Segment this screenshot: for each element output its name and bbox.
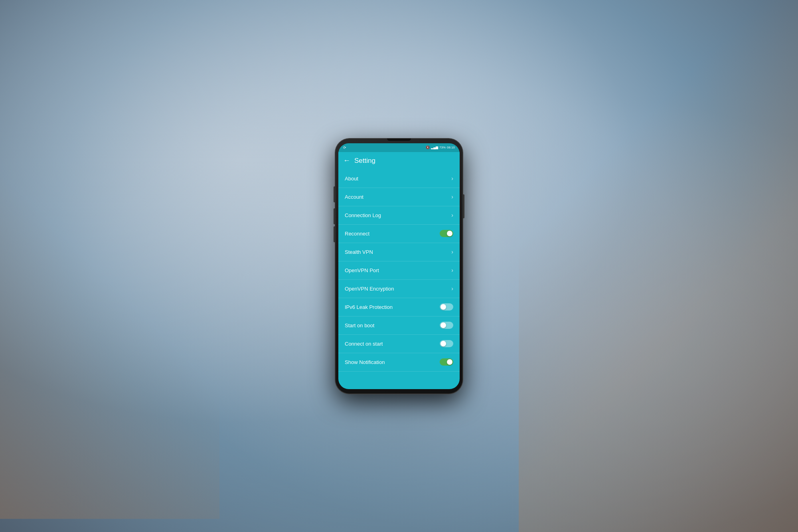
settings-list: About › Account › Connection Log › bbox=[338, 170, 460, 389]
back-button[interactable]: ← bbox=[343, 156, 350, 165]
chevron-icon-connection-log: › bbox=[451, 212, 453, 218]
setting-item-account[interactable]: Account › bbox=[338, 188, 460, 206]
hand-left bbox=[0, 160, 219, 519]
setting-item-connection-log[interactable]: Connection Log › bbox=[338, 206, 460, 225]
phone-body: ⟳ 🔇 ▂▄▆ 73% 08:10 ← Setting bbox=[335, 138, 463, 394]
setting-label-account: Account bbox=[345, 194, 363, 200]
setting-item-start-on-boot[interactable]: Start on boot bbox=[338, 316, 460, 335]
toggle-knob-ipv6 bbox=[440, 304, 446, 310]
chevron-icon-stealth-vpn: › bbox=[451, 249, 453, 255]
toggle-knob-start-on-boot bbox=[440, 322, 446, 328]
chevron-icon-openvpn-encryption: › bbox=[451, 285, 453, 292]
setting-label-openvpn-encryption: OpenVPN Encryption bbox=[345, 286, 394, 292]
screen-content: ⟳ 🔇 ▂▄▆ 73% 08:10 ← Setting bbox=[338, 143, 460, 389]
phone-screen: ⟳ 🔇 ▂▄▆ 73% 08:10 ← Setting bbox=[338, 143, 460, 389]
phone-device: ⟳ 🔇 ▂▄▆ 73% 08:10 ← Setting bbox=[335, 138, 463, 394]
chevron-icon-openvpn-port: › bbox=[451, 267, 453, 273]
toggle-knob-reconnect bbox=[447, 231, 452, 236]
setting-item-connect-on-start[interactable]: Connect on start bbox=[338, 335, 460, 353]
setting-label-start-on-boot: Start on boot bbox=[345, 322, 374, 328]
setting-item-ipv6-leak-protection[interactable]: IPv6 Leak Protection bbox=[338, 298, 460, 316]
setting-item-about[interactable]: About › bbox=[338, 170, 460, 188]
app-header: ← Setting bbox=[338, 152, 460, 170]
toggle-show-notification[interactable] bbox=[440, 358, 453, 366]
setting-label-openvpn-port: OpenVPN Port bbox=[345, 267, 379, 273]
setting-label-connection-log: Connection Log bbox=[345, 212, 381, 218]
toggle-start-on-boot[interactable] bbox=[440, 322, 453, 329]
setting-item-openvpn-encryption[interactable]: OpenVPN Encryption › bbox=[338, 280, 460, 298]
battery-icon: 73% bbox=[439, 146, 446, 149]
status-right: 🔇 ▂▄▆ 73% 08:10 bbox=[426, 146, 455, 149]
charge-icon: ⟳ bbox=[343, 146, 346, 150]
toggle-connect-on-start[interactable] bbox=[440, 340, 453, 347]
toggle-knob-show-notification bbox=[447, 359, 452, 365]
setting-label-about: About bbox=[345, 176, 358, 182]
setting-label-show-notification: Show Notification bbox=[345, 359, 385, 365]
setting-item-stealth-vpn[interactable]: Stealth VPN › bbox=[338, 243, 460, 261]
setting-item-show-notification[interactable]: Show Notification bbox=[338, 353, 460, 372]
time-display: 08:10 bbox=[447, 146, 455, 149]
toggle-knob-connect-on-start bbox=[440, 341, 446, 346]
chevron-icon-about: › bbox=[451, 175, 453, 182]
setting-item-openvpn-port[interactable]: OpenVPN Port › bbox=[338, 261, 460, 280]
hand-right bbox=[519, 0, 798, 532]
volume-muted-icon: 🔇 bbox=[426, 146, 430, 149]
status-bar: ⟳ 🔇 ▂▄▆ 73% 08:10 bbox=[338, 143, 460, 152]
toggle-ipv6-leak-protection[interactable] bbox=[440, 303, 453, 310]
setting-item-reconnect[interactable]: Reconnect bbox=[338, 225, 460, 243]
page-title: Setting bbox=[354, 157, 375, 165]
toggle-reconnect[interactable] bbox=[440, 230, 453, 237]
chevron-icon-account: › bbox=[451, 194, 453, 200]
status-left: ⟳ bbox=[343, 146, 346, 150]
signal-bars-icon: ▂▄▆ bbox=[431, 146, 438, 149]
setting-label-ipv6-leak-protection: IPv6 Leak Protection bbox=[345, 304, 393, 310]
setting-label-connect-on-start: Connect on start bbox=[345, 341, 383, 347]
setting-label-stealth-vpn: Stealth VPN bbox=[345, 249, 373, 255]
setting-label-reconnect: Reconnect bbox=[345, 231, 369, 237]
phone-notch bbox=[387, 138, 411, 141]
